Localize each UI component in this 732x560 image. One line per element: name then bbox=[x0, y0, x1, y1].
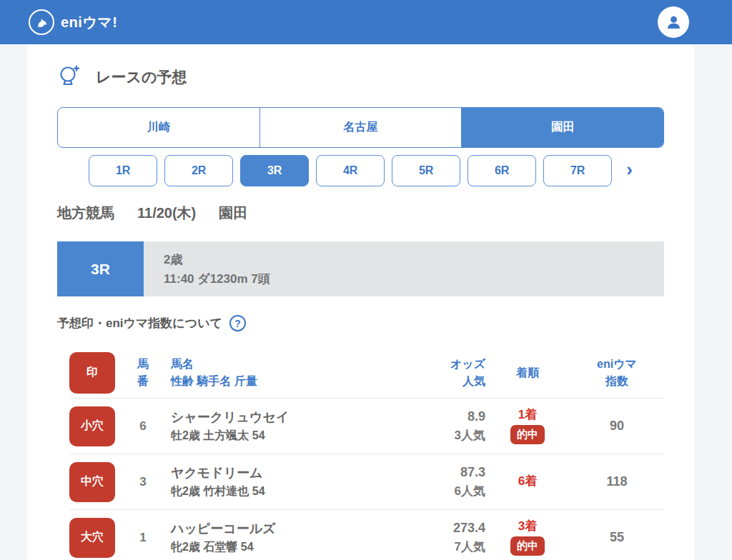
finish-position: 3着 bbox=[485, 519, 570, 534]
prediction-table: 印 馬 番 馬名 性齢 騎手名 斤量 オッズ 人気 着順 eniウマ 指数 小穴… bbox=[69, 347, 664, 560]
race-meta: 地方競馬 11/20(木) 園田 bbox=[57, 204, 664, 223]
header-result: 着順 bbox=[485, 364, 570, 381]
horse-detail: 牝2歳 竹村達也 54 bbox=[171, 483, 401, 500]
header-odds-line1: オッズ bbox=[401, 356, 485, 372]
chevron-right-icon[interactable]: › bbox=[626, 160, 633, 181]
finish-position: 6着 bbox=[485, 474, 570, 489]
venue-tab-sonoda[interactable]: 園田 bbox=[461, 108, 663, 147]
header-index-line1: eniウマ bbox=[570, 356, 664, 372]
popularity: 3人気 bbox=[401, 426, 485, 445]
mark-badge: 大穴 bbox=[69, 518, 115, 558]
header-index: eniウマ 指数 bbox=[570, 356, 664, 389]
header-number: 馬 番 bbox=[115, 356, 171, 389]
eniuma-index: 118 bbox=[570, 474, 664, 489]
odds-value: 273.4 bbox=[401, 519, 485, 538]
horse-name-cell: ヤクモドリーム 牝2歳 竹村達也 54 bbox=[171, 464, 401, 500]
horse-name-cell: ハッピーコールズ 牝2歳 石堂響 54 bbox=[171, 519, 401, 556]
race-info-bar: 3R 2歳 11:40 ダ1230m 7頭 bbox=[57, 241, 664, 296]
about-row: 予想印・eniウマ指数について ? bbox=[57, 315, 664, 331]
header-index-line2: 指数 bbox=[570, 373, 664, 389]
person-icon bbox=[664, 13, 683, 32]
horse-number: 6 bbox=[115, 419, 171, 434]
header-name: 馬名 性齢 騎手名 斤量 bbox=[171, 356, 401, 389]
eniuma-index: 90 bbox=[570, 419, 664, 434]
hit-badge: 的中 bbox=[510, 425, 545, 444]
odds-cell: 87.3 6人気 bbox=[401, 463, 485, 501]
race-button-1r[interactable]: 1R bbox=[89, 155, 157, 186]
venue-tab-nagoya[interactable]: 名古屋 bbox=[259, 108, 462, 147]
header-name-line2: 性齢 騎手名 斤量 bbox=[171, 373, 401, 389]
race-button-5r[interactable]: 5R bbox=[392, 155, 460, 186]
horse-detail: 牡2歳 土方颯太 54 bbox=[171, 427, 401, 444]
table-row: 中穴 3 ヤクモドリーム 牝2歳 竹村達也 54 87.3 6人気 6着 118 bbox=[69, 454, 664, 510]
logo[interactable]: eniウマ! bbox=[29, 9, 118, 35]
result-cell: 1着 的中 bbox=[485, 408, 570, 444]
horse-number: 3 bbox=[115, 475, 171, 489]
mark-badge: 中穴 bbox=[69, 462, 115, 502]
popularity: 7人気 bbox=[401, 538, 485, 556]
user-avatar-button[interactable] bbox=[658, 6, 689, 38]
header-mark-badge: 印 bbox=[69, 352, 115, 394]
header-number-line2: 番 bbox=[115, 373, 171, 389]
top-bar: eniウマ! bbox=[0, 0, 732, 44]
title-row: レースの予想 bbox=[57, 44, 664, 91]
mark-badge: 小穴 bbox=[69, 406, 115, 446]
horse-name: シャークリュウセイ bbox=[171, 408, 401, 427]
hit-badge: 的中 bbox=[510, 536, 545, 556]
venue-tab-kawasaki[interactable]: 川崎 bbox=[58, 108, 259, 147]
horse-name: ハッピーコールズ bbox=[171, 519, 401, 539]
header-odds-line2: 人気 bbox=[401, 373, 485, 389]
race-date: 11/20(木) bbox=[137, 204, 196, 223]
table-row: 大穴 1 ハッピーコールズ 牝2歳 石堂響 54 273.4 7人気 3着 的中… bbox=[69, 510, 664, 560]
header-number-line1: 馬 bbox=[115, 356, 171, 372]
race-button-7r[interactable]: 7R bbox=[543, 155, 612, 186]
race-button-3r[interactable]: 3R bbox=[240, 155, 309, 186]
horse-name: ヤクモドリーム bbox=[171, 464, 401, 483]
page-title: レースの予想 bbox=[96, 67, 187, 87]
finish-position: 1着 bbox=[485, 408, 570, 422]
result-cell: 3着 的中 bbox=[485, 519, 570, 555]
help-icon[interactable]: ? bbox=[229, 315, 246, 331]
horse-number: 1 bbox=[115, 531, 171, 545]
eniuma-index: 55 bbox=[570, 530, 664, 545]
about-label: 予想印・eniウマ指数について bbox=[57, 315, 222, 331]
table-row: 小穴 6 シャークリュウセイ 牡2歳 土方颯太 54 8.9 3人気 1着 的中… bbox=[69, 399, 664, 454]
odds-value: 8.9 bbox=[401, 407, 485, 426]
race-conditions: 11:40 ダ1230m 7頭 bbox=[164, 271, 270, 287]
race-button-2r[interactable]: 2R bbox=[164, 155, 233, 186]
race-number-badge: 3R bbox=[57, 241, 144, 296]
race-details: 2歳 11:40 ダ1230m 7頭 bbox=[144, 241, 270, 296]
race-grade: 2歳 bbox=[164, 251, 270, 268]
header-odds: オッズ 人気 bbox=[401, 356, 485, 389]
race-button-4r[interactable]: 4R bbox=[316, 155, 385, 186]
header-name-line1: 馬名 bbox=[171, 356, 401, 372]
horse-name-cell: シャークリュウセイ 牡2歳 土方颯太 54 bbox=[171, 408, 401, 444]
race-button-6r[interactable]: 6R bbox=[468, 155, 536, 186]
popularity: 6人気 bbox=[401, 482, 485, 501]
odds-cell: 273.4 7人気 bbox=[401, 519, 485, 556]
odds-cell: 8.9 3人気 bbox=[401, 407, 485, 445]
result-cell: 6着 bbox=[485, 474, 570, 489]
race-venue: 園田 bbox=[219, 204, 247, 223]
horse-detail: 牝2歳 石堂響 54 bbox=[171, 539, 401, 556]
odds-value: 87.3 bbox=[401, 463, 485, 482]
main-card: レースの予想 川崎 名古屋 園田 1R 2R 3R 4R 5R 6R 7R › … bbox=[27, 44, 694, 560]
venue-tab-group: 川崎 名古屋 園田 bbox=[57, 107, 664, 148]
race-round-row: 1R 2R 3R 4R 5R 6R 7R › bbox=[57, 155, 664, 186]
crystal-ball-icon bbox=[57, 63, 83, 91]
race-category: 地方競馬 bbox=[57, 204, 114, 223]
logo-text: eniウマ! bbox=[61, 13, 118, 32]
table-header-row: 印 馬 番 馬名 性齢 騎手名 斤量 オッズ 人気 着順 eniウマ 指数 bbox=[69, 347, 664, 399]
horse-logo-icon bbox=[29, 9, 54, 35]
